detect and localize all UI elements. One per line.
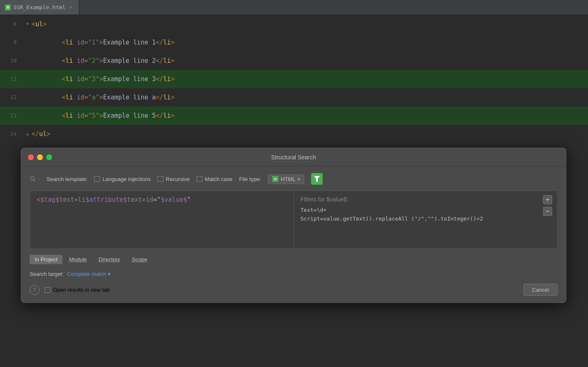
maximize-window-button[interactable] <box>46 154 52 160</box>
code-line-14: 14 ▲ </ul> <box>0 125 588 143</box>
line-number-8: 8 <box>0 15 23 33</box>
match-case-label: Match case <box>205 176 232 182</box>
cancel-button[interactable]: Cancel <box>523 284 558 296</box>
bottom-row: ? Open results in new tab Cancel <box>30 284 558 296</box>
dropdown-arrow-icon: ▾ <box>108 271 111 277</box>
modal-body: · Search template: Language injections R… <box>21 166 566 303</box>
editor-tab[interactable]: H SSR_Example.html × <box>0 0 79 15</box>
code-line-8: 8 ▼ <ul> <box>0 15 588 33</box>
tmpl-text-li: text=li <box>59 196 85 203</box>
search-icon-wrap: · <box>30 176 40 182</box>
filter-line-1: Text=\d+ <box>301 207 551 213</box>
funnel-icon <box>314 176 320 182</box>
line-content-14: </ul> <box>32 125 588 143</box>
open-results-checkbox[interactable]: Open results in new tab <box>45 287 110 293</box>
tmpl-value-var: $value$ <box>161 196 187 203</box>
search-target-row: Search target: Complete match ▾ <box>30 271 558 277</box>
search-target-value: Complete match <box>67 271 107 277</box>
line-content-11: <li id="3">Example line 3</li> <box>32 70 588 88</box>
scope-row: In Project Module Directory Scope <box>30 255 558 264</box>
code-line-11: 11 <li id="3">Example line 3</li> <box>0 70 588 88</box>
line-content-9: <li id="1">Example line 1</li> <box>32 33 588 52</box>
close-window-button[interactable] <box>28 154 34 160</box>
file-icon: H <box>5 5 11 10</box>
remove-filter-button[interactable]: − <box>543 207 552 216</box>
open-results-cb-box[interactable] <box>45 287 50 293</box>
filters-title: Filters for $value$: <box>301 196 551 203</box>
search-target-label: Search target: <box>30 271 64 277</box>
tmpl-equals: =" <box>153 196 161 203</box>
svg-point-0 <box>30 176 34 180</box>
filters-panel: Filters for $value$: Text=\d+ Script=val… <box>294 191 558 248</box>
search-target-dropdown[interactable]: Complete match ▾ <box>67 271 111 277</box>
tmpl-open-bracket: < <box>37 196 40 203</box>
open-results-label: Open results in new tab <box>53 287 110 293</box>
file-type-dropdown[interactable]: H HTML ▾ <box>268 174 304 184</box>
scope-scope-button[interactable]: Scope <box>127 255 152 264</box>
fold-icon-8[interactable]: ▼ <box>23 15 32 33</box>
line-content-8: <ul> <box>32 15 588 33</box>
window-controls <box>28 154 52 160</box>
file-type-value: HTML <box>281 176 295 182</box>
match-case-cb-box[interactable] <box>197 176 202 182</box>
structural-search-dialog: Structural Search · Search template: Lan… <box>21 148 566 303</box>
scope-module-button[interactable]: Module <box>64 255 92 264</box>
tab-label: SSR_Example.html <box>13 4 65 10</box>
tab-bar: H SSR_Example.html × <box>0 0 588 15</box>
line-number-9: 9 <box>0 33 23 52</box>
tmpl-close-quote: " <box>187 196 191 203</box>
scope-in-project-button[interactable]: In Project <box>30 255 62 264</box>
line-content-12: <li id="a">Example line a</li> <box>32 88 588 107</box>
code-line-13: 13 <li id="5">Example line 5</li> <box>0 107 588 125</box>
fold-icon-14[interactable]: ▲ <box>23 125 32 143</box>
tmpl-text-id: text=id <box>127 196 153 203</box>
recursive-checkbox[interactable]: Recursive <box>157 176 190 182</box>
line-number-14: 14 <box>0 125 23 143</box>
tmpl-attr-var: $attribute$ <box>85 196 127 203</box>
modal-title: Structural Search <box>271 154 316 161</box>
minimize-window-button[interactable] <box>37 154 43 160</box>
search-template-input[interactable]: <$tag$text=li$attribute$text=id="$value$… <box>30 191 294 248</box>
toolbar-row: · Search template: Language injections R… <box>30 173 558 185</box>
code-line-9: 9 <li id="1">Example line 1</li> <box>0 33 588 52</box>
search-content-area: <$tag$text=li$attribute$text=id="$value$… <box>30 191 558 249</box>
line-number-10: 10 <box>0 52 23 70</box>
line-content-10: <li id="2">Example line 2</li> <box>32 52 588 70</box>
chevron-down-icon: ▾ <box>298 177 300 181</box>
language-injections-checkbox[interactable]: Language injections <box>94 176 151 182</box>
code-line-10: 10 <li id="2">Example line 2</li> <box>0 52 588 70</box>
add-filter-button[interactable]: + <box>543 195 552 204</box>
scope-directory-button[interactable]: Directory <box>94 255 125 264</box>
code-area: 8 ▼ <ul> 9 <li id="1">Example line 1</li… <box>0 15 588 143</box>
line-number-12: 12 <box>0 88 23 107</box>
language-injections-cb-box[interactable] <box>94 176 100 182</box>
line-number-11: 11 <box>0 70 23 88</box>
tab-close-button[interactable]: × <box>68 5 74 10</box>
code-line-12: 12 <li id="a">Example line a</li> <box>0 88 588 107</box>
line-content-13: <li id="5">Example line 5</li> <box>32 107 588 125</box>
html-file-icon: H <box>272 176 278 182</box>
svg-marker-2 <box>314 176 320 182</box>
line-number-13: 13 <box>0 107 23 125</box>
language-injections-label: Language injections <box>102 176 151 182</box>
filter-button[interactable] <box>311 173 323 185</box>
tmpl-tag-var: $tag$ <box>40 196 59 203</box>
filter-line-2: Script=value.getText().replaceAll ("/","… <box>301 216 551 222</box>
search-icon <box>30 176 36 182</box>
match-case-checkbox[interactable]: Match case <box>197 176 232 182</box>
editor-area: H SSR_Example.html × 8 ▼ <ul> 9 <li id="… <box>0 0 588 367</box>
svg-line-1 <box>34 180 35 181</box>
search-icon-badge: · <box>39 176 40 181</box>
modal-titlebar: Structural Search <box>21 148 566 166</box>
help-button[interactable]: ? <box>30 285 40 295</box>
recursive-label: Recursive <box>166 176 190 182</box>
recursive-cb-box[interactable] <box>157 176 163 182</box>
file-type-label: File type: <box>239 176 261 182</box>
search-template-label: Search template: <box>47 176 87 182</box>
